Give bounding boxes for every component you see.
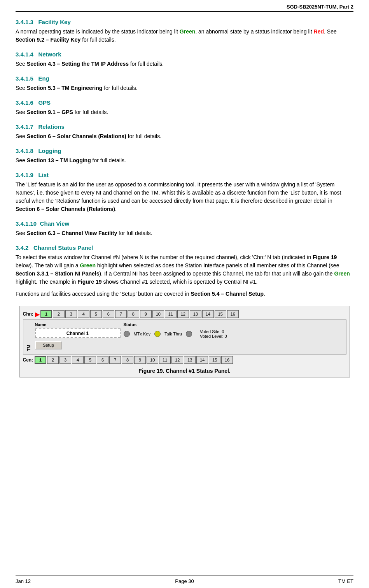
tab-10[interactable]: 10 [152,310,164,318]
green-text: Green [180,28,195,35]
section-heading-3418: 3.4.1.8 Logging [16,147,353,154]
section-342-body-2: Functions and facilities accessed using … [16,290,353,298]
section-3414: 3.4.1.4 Network See Section 4.3 – Settin… [16,51,353,68]
footer-center: Page 30 [175,578,194,584]
arrow-indicator: ▶ [35,311,40,318]
chn-label: Chn: [23,311,33,317]
cen-tab-12[interactable]: 12 [171,356,183,364]
setup-button[interactable]: Setup [35,341,62,349]
voted-site-label: Voted Site: [200,329,220,334]
main-panel: TM Name Channel 1 Setup Status MTx Key T… [23,319,346,355]
section-heading-34110: 3.4.1.10 Chan View [16,220,353,227]
section-342-body-1: To select the status window for Channel … [16,253,353,286]
tab-5[interactable]: 5 [90,310,102,318]
section-heading-3417: 3.4.1.7 Relations [16,123,353,130]
cen-tab-1[interactable]: 1 [35,356,46,364]
talk-thru-label: Talk Thru [164,332,182,336]
cen-tab-6[interactable]: 6 [97,356,108,364]
tab-11[interactable]: 11 [165,310,177,318]
voted-level-row: Voted Level: 0 [200,334,227,339]
section-3416-body: See Section 9.1 – GPS for full details. [16,108,353,116]
tab-7[interactable]: 7 [115,310,127,318]
header-bar: SGD-SB2025NT-TUM, Part 2 [16,4,353,12]
status-row: MTx Key Talk Thru Voted Site: 0 Voted Le… [124,329,344,339]
tab-1[interactable]: 1 [40,310,52,318]
section-34110: 3.4.1.10 Chan View See Section 6.3 – Cha… [16,220,353,237]
cen-tab-3[interactable]: 3 [59,356,71,364]
section-heading-342: 3.4.2 Channel Status Panel [16,244,353,251]
voted-level-value: 0 [225,334,227,339]
tab-2[interactable]: 2 [53,310,65,318]
section-3414-body: See Section 4.3 – Setting the TM IP Addr… [16,60,353,68]
section-3417-body: See Section 6 – Solar Channels (Relation… [16,132,353,140]
figure-19: Chn: ▶ 1 2 3 4 5 6 7 8 9 10 11 12 13 14 … [19,306,350,377]
cen-tabs-row: Cen: 1 2 3 4 5 6 7 8 9 10 11 12 13 14 15… [23,356,346,364]
cen-label: Cen: [23,357,33,363]
cen-tab-14[interactable]: 14 [196,356,208,364]
tab-8[interactable]: 8 [128,310,139,318]
section-342: 3.4.2 Channel Status Panel To select the… [16,244,353,298]
cen-tab-8[interactable]: 8 [122,356,133,364]
section-heading-3419: 3.4.1.9 List [16,172,353,178]
tab-12[interactable]: 12 [177,310,189,318]
status-section: Status MTx Key Talk Thru Voted Site: 0 V… [124,322,344,352]
tm-label: TM [26,322,32,352]
footer: Jan 12 Page 30 TM ET [16,576,353,584]
talk-thru-indicator [154,331,161,337]
section-3417: 3.4.1.7 Relations See Section 6 – Solar … [16,123,353,140]
cen-tab-10[interactable]: 10 [147,356,158,364]
mtx-key-indicator [124,331,130,337]
tab-16[interactable]: 16 [227,310,239,318]
section-3413-body: A normal operating state is indicated by… [16,28,353,44]
section-34110-body: See Section 6.3 – Channel View Facility … [16,229,353,237]
voted-section: Voted Site: 0 Voted Level: 0 [200,329,227,339]
cen-tab-7[interactable]: 7 [109,356,121,364]
figure-caption: Figure 19. Channel #1 Status Panel. [23,368,346,374]
section-3415-body: See Section 5.3 – TM Engineering for ful… [16,84,353,92]
cen-tab-16[interactable]: 16 [221,356,233,364]
voted-level-label: Voted Level: [200,334,224,339]
cen-tab-11[interactable]: 11 [159,356,171,364]
tab-15[interactable]: 15 [215,310,226,318]
red-text: Red [314,28,324,35]
cen-tab-15[interactable]: 15 [209,356,220,364]
section-3419-body: The 'List' feature is an aid for the use… [16,181,353,213]
cen-tab-5[interactable]: 5 [84,356,96,364]
voted-site-row: Voted Site: 0 [200,329,227,334]
name-label: Name [35,322,121,327]
cen-tab-13[interactable]: 13 [184,356,196,364]
section-3416: 3.4.1.6 GPS See Section 9.1 – GPS for fu… [16,99,353,116]
page: SGD-SB2025NT-TUM, Part 2 3.4.1.3 Facilit… [0,0,369,588]
channel-name-input[interactable]: Channel 1 [35,328,121,338]
status-label: Status [124,322,344,327]
section-heading-3414: 3.4.1.4 Network [16,51,353,58]
chn-tabs-row: Chn: ▶ 1 2 3 4 5 6 7 8 9 10 11 12 13 14 … [23,310,346,318]
cen-tab-2[interactable]: 2 [47,356,59,364]
section-3415: 3.4.1.5 Eng See Section 5.3 – TM Enginee… [16,75,353,92]
section-heading-3415: 3.4.1.5 Eng [16,75,353,82]
section-heading-3413: 3.4.1.3 Facility Key [16,19,353,25]
tab-3[interactable]: 3 [65,310,77,318]
extra-indicator [186,331,192,337]
section-3419: 3.4.1.9 List The 'List' feature is an ai… [16,172,353,213]
footer-right: TM ET [338,578,353,584]
voted-site-value: 0 [222,329,224,334]
section-heading-3416: 3.4.1.6 GPS [16,99,353,106]
tab-4[interactable]: 4 [78,310,89,318]
footer-left: Jan 12 [16,578,31,584]
tab-9[interactable]: 9 [140,310,152,318]
cen-tab-4[interactable]: 4 [72,356,84,364]
tab-6[interactable]: 6 [103,310,114,318]
tab-13[interactable]: 13 [190,310,201,318]
cen-tab-9[interactable]: 9 [134,356,146,364]
mtx-key-label: MTx Key [134,332,150,336]
header-title: SGD-SB2025NT-TUM, Part 2 [287,4,353,10]
tab-14[interactable]: 14 [202,310,214,318]
bold-ref: Section 9.2 – Facility Key [16,37,80,43]
name-section: Name Channel 1 Setup [35,322,121,352]
section-3413: 3.4.1.3 Facility Key A normal operating … [16,19,353,44]
section-3418: 3.4.1.8 Logging See Section 13 – TM Logg… [16,147,353,165]
section-3418-body: See Section 13 – TM Logging for full det… [16,156,353,165]
